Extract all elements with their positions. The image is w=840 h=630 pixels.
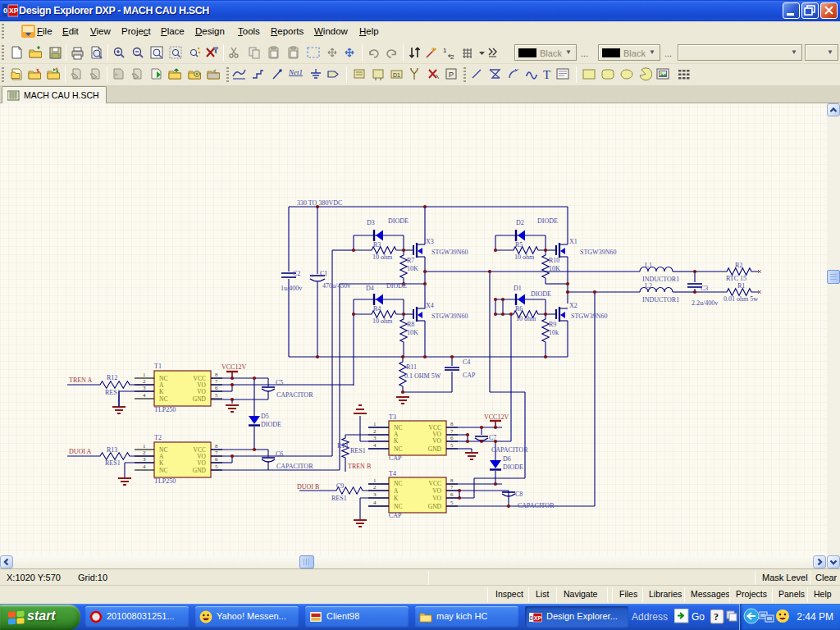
svg-text:5: 5 bbox=[215, 463, 218, 470]
svg-text:R12: R12 bbox=[107, 374, 117, 381]
svg-text:VCC12V: VCC12V bbox=[484, 413, 509, 421]
svg-text:L2: L2 bbox=[645, 282, 652, 290]
svg-text:T3: T3 bbox=[389, 413, 396, 421]
svg-text:T4: T4 bbox=[389, 470, 396, 477]
svg-text:4: 4 bbox=[143, 392, 146, 399]
svg-text:T2: T2 bbox=[154, 434, 162, 441]
svg-text:DIODE: DIODE bbox=[386, 282, 407, 290]
svg-text:6: 6 bbox=[450, 491, 454, 498]
svg-text:R9: R9 bbox=[549, 321, 556, 328]
svg-text:X4: X4 bbox=[426, 302, 434, 309]
svg-text:VO: VO bbox=[432, 495, 441, 502]
svg-text:0: 0 bbox=[3, 7, 7, 15]
svg-text:R5: R5 bbox=[515, 241, 523, 249]
svg-text:VO: VO bbox=[432, 437, 441, 445]
svg-text:3: 3 bbox=[143, 385, 146, 391]
svg-text:C2: C2 bbox=[293, 270, 300, 277]
svg-text:R13: R13 bbox=[107, 446, 117, 454]
svg-text:3: 3 bbox=[143, 456, 146, 463]
svg-text:RES1: RES1 bbox=[331, 495, 347, 502]
svg-text:DIODE: DIODE bbox=[388, 217, 409, 225]
svg-text:470u/450v: 470u/450v bbox=[322, 282, 350, 290]
svg-text:STGW39N60: STGW39N60 bbox=[431, 313, 468, 320]
svg-text:5: 5 bbox=[450, 500, 454, 506]
svg-text:8: 8 bbox=[450, 421, 454, 427]
svg-text:6: 6 bbox=[215, 385, 218, 391]
svg-text:R8: R8 bbox=[407, 321, 414, 328]
svg-text:RES1: RES1 bbox=[105, 459, 121, 467]
svg-text:XP: XP bbox=[534, 615, 542, 621]
svg-text:10 ohm: 10 ohm bbox=[514, 253, 535, 261]
svg-text:D1: D1 bbox=[393, 72, 400, 78]
svg-text:2: 2 bbox=[373, 484, 377, 491]
svg-text:1: 1 bbox=[373, 477, 377, 484]
svg-text:C1: C1 bbox=[320, 270, 327, 277]
svg-text:+: + bbox=[310, 272, 314, 279]
svg-text:DUOI B: DUOI B bbox=[297, 483, 319, 491]
svg-text:2: 2 bbox=[373, 428, 377, 435]
svg-text:R1: R1 bbox=[737, 282, 745, 290]
svg-text:DIODE: DIODE bbox=[503, 463, 523, 471]
svg-text:6: 6 bbox=[450, 435, 454, 441]
svg-text:NC: NC bbox=[394, 503, 402, 510]
svg-text:CAPACITOR: CAPACITOR bbox=[491, 446, 528, 454]
svg-text:0.01 ohm 5w: 0.01 ohm 5w bbox=[724, 295, 758, 303]
svg-text:10 ohm: 10 ohm bbox=[516, 315, 536, 322]
svg-text:1: 1 bbox=[143, 443, 146, 450]
svg-text:P: P bbox=[449, 71, 454, 79]
svg-text:VO: VO bbox=[197, 388, 206, 395]
svg-text:RTC 15: RTC 15 bbox=[726, 275, 746, 282]
svg-text:D3: D3 bbox=[367, 219, 375, 226]
svg-text:C7: C7 bbox=[489, 434, 496, 441]
svg-text:DIODE: DIODE bbox=[261, 421, 281, 428]
svg-text:10 ohm: 10 ohm bbox=[372, 317, 393, 325]
svg-text:6: 6 bbox=[215, 456, 218, 463]
svg-text:8: 8 bbox=[215, 443, 218, 450]
svg-text:X3: X3 bbox=[426, 238, 434, 245]
svg-text:DIODE: DIODE bbox=[537, 217, 558, 225]
svg-text:2: 2 bbox=[143, 450, 146, 456]
svg-text:STGW39N60: STGW39N60 bbox=[580, 249, 616, 256]
svg-text:10k: 10k bbox=[549, 329, 559, 336]
svg-text:CAP: CAP bbox=[389, 454, 402, 462]
svg-text:VO: VO bbox=[432, 487, 441, 495]
svg-text:R3: R3 bbox=[373, 241, 381, 249]
svg-text:T1: T1 bbox=[154, 363, 162, 370]
svg-text:2: 2 bbox=[450, 53, 454, 60]
svg-text:CAPACITOR: CAPACITOR bbox=[518, 502, 555, 509]
svg-text:1: 1 bbox=[443, 47, 447, 54]
svg-text:CAPACITOR: CAPACITOR bbox=[276, 463, 313, 470]
svg-text:R14: R14 bbox=[337, 442, 348, 450]
svg-text:D2: D2 bbox=[516, 219, 524, 226]
svg-text:RES1: RES1 bbox=[105, 389, 121, 396]
svg-text:STGW39N60: STGW39N60 bbox=[431, 249, 468, 256]
svg-text:DIODE: DIODE bbox=[531, 290, 551, 298]
svg-text:NC: NC bbox=[159, 395, 167, 403]
svg-text:330 TO 380VDC: 330 TO 380VDC bbox=[297, 199, 342, 207]
svg-text:2: 2 bbox=[143, 378, 146, 385]
svg-text:C8: C8 bbox=[515, 491, 523, 498]
svg-text:C5: C5 bbox=[276, 379, 283, 386]
svg-text:STGW39N60: STGW39N60 bbox=[571, 313, 607, 320]
svg-text:GND: GND bbox=[428, 445, 442, 453]
svg-text:K: K bbox=[394, 495, 399, 502]
svg-text:D4: D4 bbox=[366, 285, 374, 292]
svg-text:4: 4 bbox=[143, 463, 146, 470]
svg-text:2.2u/400v: 2.2u/400v bbox=[692, 299, 718, 307]
svg-text:7: 7 bbox=[450, 484, 454, 491]
svg-text:VO: VO bbox=[197, 459, 206, 467]
svg-text:4: 4 bbox=[373, 500, 377, 506]
svg-text:C6: C6 bbox=[276, 450, 283, 458]
svg-text:XP: XP bbox=[9, 7, 18, 15]
svg-text:X1: X1 bbox=[569, 238, 578, 245]
svg-text:R2: R2 bbox=[735, 262, 742, 269]
svg-text:D6: D6 bbox=[503, 455, 511, 463]
svg-text:NC: NC bbox=[394, 445, 402, 453]
svg-text:INDUCTOR1: INDUCTOR1 bbox=[642, 296, 679, 304]
svg-text:R6: R6 bbox=[515, 305, 523, 313]
svg-text:NC: NC bbox=[159, 467, 167, 474]
svg-text:R11: R11 bbox=[406, 363, 417, 371]
svg-text:DUOI A: DUOI A bbox=[69, 448, 92, 455]
svg-text:5: 5 bbox=[215, 392, 218, 399]
svg-text:0: 0 bbox=[530, 614, 533, 622]
